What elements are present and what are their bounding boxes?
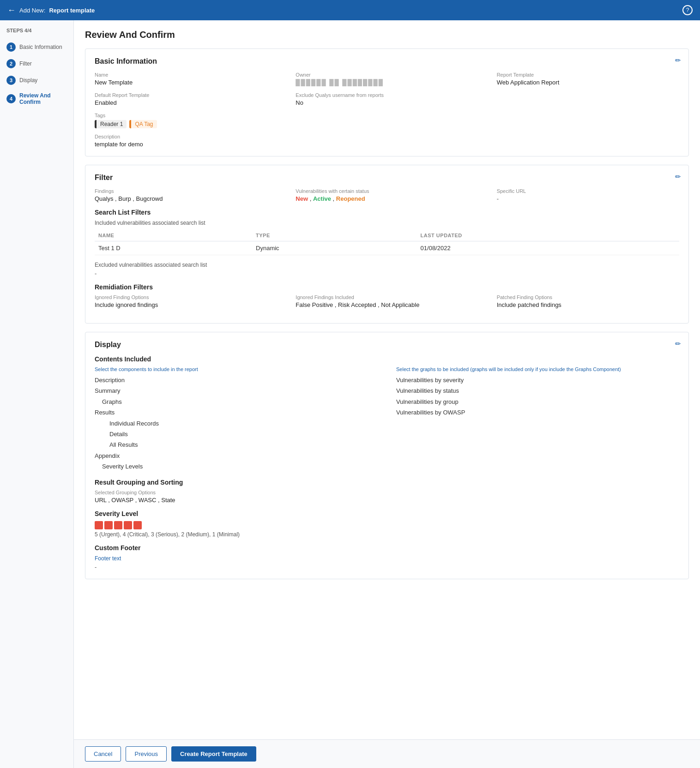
severity-squares bbox=[95, 521, 679, 529]
sev-medium bbox=[124, 521, 132, 529]
status-new: New bbox=[296, 195, 308, 202]
remediation-row: Ignored Finding Options Include ignored … bbox=[95, 294, 679, 308]
step-label-3: Display bbox=[19, 77, 37, 84]
step-label-4: Review And Confirm bbox=[19, 92, 67, 105]
contents-title: Contents Included bbox=[95, 355, 679, 363]
main-wrapper: Review And Confirm Basic Information ✏ N… bbox=[74, 20, 700, 768]
field-vuln-status-value: New , Active , Reopened bbox=[296, 195, 478, 202]
basic-info-title: Basic Information bbox=[95, 57, 679, 66]
search-table-body: Test 1 D Dynamic 01/08/2022 bbox=[95, 241, 679, 255]
field-report-template-value: Web Application Report bbox=[497, 79, 679, 86]
sev-urgent bbox=[95, 521, 103, 529]
field-vuln-status: Vulnerabilities with certain status New … bbox=[296, 188, 478, 202]
sidebar-item-filter[interactable]: 2 Filter bbox=[0, 55, 73, 72]
content-severity-levels: Severity Levels bbox=[95, 461, 378, 472]
col-last-updated: LAST UPDATED bbox=[417, 230, 679, 241]
contents-graphs-row: Select the components to include in the … bbox=[95, 366, 679, 472]
content-appendix: Appendix bbox=[95, 450, 378, 461]
field-owner-label: Owner bbox=[296, 72, 478, 78]
status-reopened: Reopened bbox=[336, 195, 365, 202]
step-circle-4: 4 bbox=[6, 94, 16, 103]
step-label-1: Basic Information bbox=[19, 44, 62, 50]
remediation-title: Remidiation Filters bbox=[95, 283, 679, 291]
content-summary: Summary bbox=[95, 385, 378, 396]
create-report-template-button[interactable]: Create Report Template bbox=[171, 746, 256, 762]
table-header-row: NAME TYPE LAST UPDATED bbox=[95, 230, 679, 241]
graphs-hint: Select the graphs to be included (graphs… bbox=[396, 366, 679, 372]
content-all-results: All Results bbox=[95, 439, 378, 450]
graphs-col: Select the graphs to be included (graphs… bbox=[396, 366, 679, 418]
field-exclude-value: No bbox=[296, 99, 478, 106]
field-ignored-included-value: False Positive , Risk Accepted , Not App… bbox=[296, 301, 478, 308]
field-specific-url-label: Specific URL bbox=[497, 188, 679, 194]
field-ignored-included-label: Ignored Findings Included bbox=[296, 294, 478, 300]
field-default-label: Default Report Template bbox=[95, 92, 277, 98]
field-ignored-options: Ignored Finding Options Include ignored … bbox=[95, 294, 277, 308]
excluded-value: - bbox=[95, 270, 679, 277]
field-grouping-label: Selected Grouping Options bbox=[95, 490, 679, 495]
help-icon[interactable]: ? bbox=[682, 5, 693, 15]
content-graphs: Graphs bbox=[95, 396, 378, 407]
table-row: Test 1 D Dynamic 01/08/2022 bbox=[95, 241, 679, 255]
field-tags: Tags Reader 1 QA Tag bbox=[95, 113, 679, 128]
filter-edit-icon[interactable]: ✏ bbox=[675, 173, 681, 181]
basic-info-card: Basic Information ✏ Name New Template Ow… bbox=[85, 48, 689, 156]
field-description-label: Description bbox=[95, 134, 679, 139]
field-tags-label: Tags bbox=[95, 113, 679, 118]
graph-owasp: Vulnerabilities by OWASP bbox=[396, 407, 679, 418]
display-title: Display bbox=[95, 341, 679, 349]
field-patched-value: Include patched findings bbox=[497, 301, 679, 308]
row-name: Test 1 D bbox=[95, 241, 252, 255]
search-table-head: NAME TYPE LAST UPDATED bbox=[95, 230, 679, 241]
field-findings: Findings Qualys , Burp , Bugcrowd bbox=[95, 188, 277, 202]
status-active: Active bbox=[313, 195, 331, 202]
field-specific-url: Specific URL - bbox=[497, 188, 679, 202]
row-type: Dynamic bbox=[252, 241, 417, 255]
step-circle-1: 1 bbox=[6, 42, 16, 52]
search-table: NAME TYPE LAST UPDATED Test 1 D Dynamic … bbox=[95, 230, 679, 255]
field-ignored-options-label: Ignored Finding Options bbox=[95, 294, 277, 300]
page-title: Review And Confirm bbox=[85, 30, 689, 40]
sidebar-item-review[interactable]: 4 Review And Confirm bbox=[0, 89, 73, 109]
sev-minimal bbox=[133, 521, 142, 529]
back-icon[interactable]: ← bbox=[7, 6, 16, 15]
field-name: Name New Template bbox=[95, 72, 277, 86]
included-label: Included vulnerabilities associated sear… bbox=[95, 220, 679, 226]
field-default: Default Report Template Enabled bbox=[95, 92, 277, 106]
basic-info-edit-icon[interactable]: ✏ bbox=[675, 56, 681, 65]
status-sep1: , bbox=[310, 195, 312, 202]
content-individual: Individual Records bbox=[95, 418, 378, 429]
sev-serious bbox=[114, 521, 122, 529]
field-findings-label: Findings bbox=[95, 188, 277, 194]
excluded-label: Excluded vulnerabilities associated sear… bbox=[95, 262, 679, 268]
field-vuln-status-label: Vulnerabilities with certain status bbox=[296, 188, 478, 194]
search-list-title: Search List Filters bbox=[95, 209, 679, 216]
excluded-section: Excluded vulnerabilities associated sear… bbox=[95, 262, 679, 277]
content-list: Description Summary Graphs Results Indiv… bbox=[95, 375, 378, 472]
col-name: NAME bbox=[95, 230, 252, 241]
field-description: Description template for demo bbox=[95, 134, 679, 148]
header-title: Report template bbox=[49, 7, 95, 14]
sev-critical bbox=[104, 521, 113, 529]
content-details: Details bbox=[95, 429, 378, 439]
field-grouping-value: URL , OWASP , WASC , State bbox=[95, 497, 679, 504]
tags-row: Reader 1 QA Tag bbox=[95, 120, 679, 128]
row-last-updated: 01/08/2022 bbox=[417, 241, 679, 255]
display-edit-icon[interactable]: ✏ bbox=[675, 340, 681, 348]
sidebar-item-basic-information[interactable]: 1 Basic Information bbox=[0, 39, 73, 55]
basic-info-row-2: Default Report Template Enabled Exclude … bbox=[95, 92, 679, 106]
field-grouping: Selected Grouping Options URL , OWASP , … bbox=[95, 490, 679, 504]
status-sep2: , bbox=[333, 195, 335, 202]
field-owner: Owner ██████ ██ ████████ bbox=[296, 72, 478, 86]
cancel-button[interactable]: Cancel bbox=[85, 746, 121, 762]
step-label-2: Filter bbox=[19, 60, 32, 67]
col-type: TYPE bbox=[252, 230, 417, 241]
filter-row-1: Findings Qualys , Burp , Bugcrowd Vulner… bbox=[95, 188, 679, 202]
sidebar-item-display[interactable]: 3 Display bbox=[0, 72, 73, 89]
severity-title: Severity Level bbox=[95, 510, 679, 517]
previous-button[interactable]: Previous bbox=[126, 746, 167, 762]
graphs-list: Vulnerabilities by severity Vulnerabilit… bbox=[396, 375, 679, 418]
field-findings-value: Qualys , Burp , Bugcrowd bbox=[95, 195, 277, 202]
graph-group: Vulnerabilities by group bbox=[396, 396, 679, 407]
content-description: Description bbox=[95, 375, 378, 385]
